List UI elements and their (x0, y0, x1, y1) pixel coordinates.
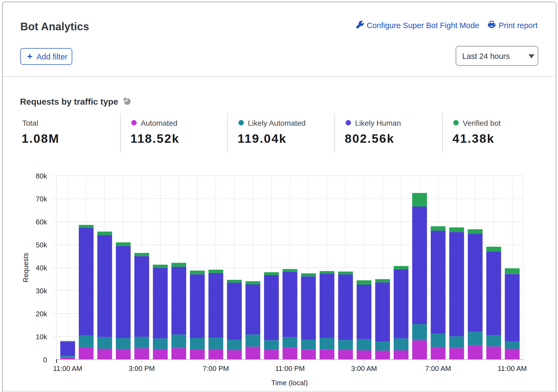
svg-text:Time (local): Time (local) (271, 379, 308, 387)
svg-text:60k: 60k (36, 218, 47, 226)
svg-text:11:00 AM: 11:00 AM (498, 364, 527, 373)
svg-text:11:00 AM: 11:00 AM (53, 364, 82, 373)
svg-text:80k: 80k (36, 172, 47, 180)
svg-text:50k: 50k (36, 241, 47, 249)
svg-text:20k: 20k (36, 310, 47, 318)
svg-text:Requests: Requests (22, 253, 30, 283)
svg-text:0: 0 (43, 356, 47, 364)
svg-text:40k: 40k (36, 264, 47, 272)
svg-text:10k: 10k (36, 333, 47, 341)
svg-text:70k: 70k (36, 195, 47, 203)
svg-text:3:00 AM: 3:00 AM (351, 364, 377, 373)
svg-text:7:00 AM: 7:00 AM (425, 364, 451, 373)
svg-text:3:00 PM: 3:00 PM (129, 364, 155, 373)
svg-text:30k: 30k (36, 287, 47, 295)
svg-text:7:00 PM: 7:00 PM (203, 364, 229, 373)
svg-text:11:00 PM: 11:00 PM (275, 364, 305, 373)
